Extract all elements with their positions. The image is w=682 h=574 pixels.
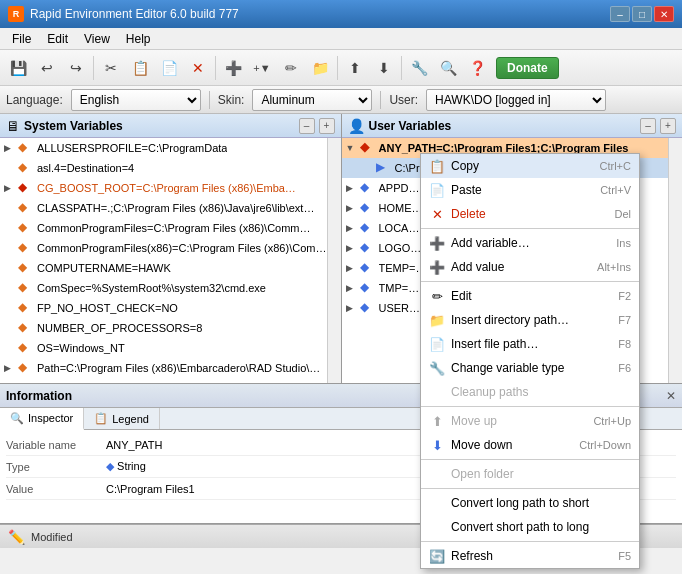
- cm-delete[interactable]: ✕ Delete Del: [421, 202, 639, 226]
- user-panel-header: 👤 User Variables – +: [342, 114, 683, 138]
- cut-button[interactable]: ✂: [97, 54, 125, 82]
- skin-label: Skin:: [218, 93, 245, 107]
- user-panel-add[interactable]: +: [660, 118, 676, 134]
- search-button[interactable]: 🔍: [434, 54, 462, 82]
- move-down-button[interactable]: ⬇: [370, 54, 398, 82]
- cm-convert-long-to-short[interactable]: Convert long path to short: [421, 491, 639, 515]
- maximize-button[interactable]: □: [632, 6, 652, 22]
- list-item[interactable]: ◆ CommonProgramFiles(x86)=C:\Program Fil…: [0, 238, 327, 258]
- list-item[interactable]: ◆ asl.4=Destination=4: [0, 158, 327, 178]
- menu-file[interactable]: File: [4, 30, 39, 48]
- cm-refresh-shortcut: F5: [618, 550, 631, 562]
- move-up-button[interactable]: ⬆: [341, 54, 369, 82]
- settings-button[interactable]: 🔧: [405, 54, 433, 82]
- cm-edit[interactable]: ✏ Edit F2: [421, 284, 639, 308]
- cm-refresh[interactable]: 🔄 Refresh F5: [421, 544, 639, 568]
- cm-change-type[interactable]: 🔧 Change variable type F6: [421, 356, 639, 380]
- edit-icon: ✏: [429, 289, 445, 304]
- change-type-icon: 🔧: [429, 361, 445, 376]
- list-item[interactable]: ◆ COMPUTERNAME=HAWK: [0, 258, 327, 278]
- list-item[interactable]: ◆ ComSpec=%SystemRoot%\system32\cmd.exe: [0, 278, 327, 298]
- add-value-button[interactable]: +▼: [248, 54, 276, 82]
- settings-sep-2: [380, 91, 381, 109]
- delete-button[interactable]: ✕: [184, 54, 212, 82]
- system-panel-add[interactable]: +: [319, 118, 335, 134]
- window-controls[interactable]: – □ ✕: [610, 6, 674, 22]
- user-panel-collapse[interactable]: –: [640, 118, 656, 134]
- info-key-varname: Variable name: [6, 439, 106, 451]
- add-var-icon: ➕: [429, 236, 445, 251]
- list-item[interactable]: ◆ NUMBER_OF_PROCESSORS=8: [0, 318, 327, 338]
- cm-refresh-label: Refresh: [451, 549, 612, 563]
- cm-add-variable[interactable]: ➕ Add variable… Ins: [421, 231, 639, 255]
- close-button[interactable]: ✕: [654, 6, 674, 22]
- cm-insert-file[interactable]: 📄 Insert file path… F8: [421, 332, 639, 356]
- cm-edit-label: Edit: [451, 289, 612, 303]
- cm-convert-long-to-short-label: Convert long path to short: [451, 496, 631, 510]
- cm-add-value-label: Add value: [451, 260, 591, 274]
- cm-paste[interactable]: 📄 Paste Ctrl+V: [421, 178, 639, 202]
- list-item[interactable]: ▶ ◆ Path=C:\Program Files (x86)\Embarcad…: [0, 358, 327, 378]
- type-icon: ◆: [106, 460, 114, 472]
- cm-cleanup-label: Cleanup paths: [451, 385, 631, 399]
- move-down-icon: ⬇: [429, 438, 445, 453]
- user-panel-icon: 👤: [348, 118, 365, 134]
- tab-legend[interactable]: 📋 Legend: [84, 408, 160, 429]
- language-label: Language:: [6, 93, 63, 107]
- cm-convert-short-to-long[interactable]: Convert short path to long: [421, 515, 639, 539]
- user-select[interactable]: HAWK\DO [logged in]: [426, 89, 606, 111]
- list-item[interactable]: ▶ ◆ CG_BOOST_ROOT=C:\Program Files (x86)…: [0, 178, 327, 198]
- list-item[interactable]: ◆ CLASSPATH=.;C:\Program Files (x86)\Jav…: [0, 198, 327, 218]
- toolbar-sep-1: [93, 56, 94, 80]
- cm-copy[interactable]: 📋 Copy Ctrl+C: [421, 154, 639, 178]
- edit-button[interactable]: ✏: [277, 54, 305, 82]
- cm-sep-5: [421, 488, 639, 489]
- menu-help[interactable]: Help: [118, 30, 159, 48]
- tab-inspector-label: Inspector: [28, 412, 73, 424]
- system-panel-title: System Variables: [24, 119, 295, 133]
- tab-legend-label: Legend: [112, 413, 149, 425]
- list-item[interactable]: ◆ OS=Windows_NT: [0, 338, 327, 358]
- paste-icon: 📄: [429, 183, 445, 198]
- list-item[interactable]: ◆ CommonProgramFiles=C:\Program Files (x…: [0, 218, 327, 238]
- cm-insert-dir[interactable]: 📁 Insert directory path… F7: [421, 308, 639, 332]
- paste-button[interactable]: 📄: [155, 54, 183, 82]
- minimize-button[interactable]: –: [610, 6, 630, 22]
- list-item[interactable]: ◆ FP_NO_HOST_CHECK=NO: [0, 298, 327, 318]
- cm-move-up-label: Move up: [451, 414, 587, 428]
- toolbar-sep-3: [337, 56, 338, 80]
- skin-select[interactable]: Aluminum: [252, 89, 372, 111]
- cm-add-value[interactable]: ➕ Add value Alt+Ins: [421, 255, 639, 279]
- cm-move-down-shortcut: Ctrl+Down: [579, 439, 631, 451]
- cm-copy-shortcut: Ctrl+C: [600, 160, 631, 172]
- insert-dir-button[interactable]: 📁: [306, 54, 334, 82]
- info-close-button[interactable]: ✕: [666, 389, 676, 403]
- donate-button[interactable]: Donate: [496, 57, 559, 79]
- undo-button[interactable]: ↩: [33, 54, 61, 82]
- system-scrollbar[interactable]: [327, 138, 341, 383]
- menu-bar: File Edit View Help: [0, 28, 682, 50]
- cm-move-down[interactable]: ⬇ Move down Ctrl+Down: [421, 433, 639, 457]
- cm-delete-label: Delete: [451, 207, 608, 221]
- add-button[interactable]: ➕: [219, 54, 247, 82]
- cm-paste-shortcut: Ctrl+V: [600, 184, 631, 196]
- user-label: User:: [389, 93, 418, 107]
- language-select[interactable]: English: [71, 89, 201, 111]
- cm-move-up-shortcut: Ctrl+Up: [593, 415, 631, 427]
- app-title: Rapid Environment Editor 6.0 build 777: [30, 7, 610, 21]
- menu-edit[interactable]: Edit: [39, 30, 76, 48]
- add-val-icon: ➕: [429, 260, 445, 275]
- cm-delete-shortcut: Del: [614, 208, 631, 220]
- help-button[interactable]: ❓: [463, 54, 491, 82]
- list-item[interactable]: ▶ ◆ ALLUSERSPROFILE=C:\ProgramData: [0, 138, 327, 158]
- tab-inspector[interactable]: 🔍 Inspector: [0, 408, 84, 430]
- cm-open-folder: Open folder: [421, 462, 639, 486]
- save-button[interactable]: 💾: [4, 54, 32, 82]
- copy-button[interactable]: 📋: [126, 54, 154, 82]
- cm-convert-short-to-long-label: Convert short path to long: [451, 520, 631, 534]
- menu-view[interactable]: View: [76, 30, 118, 48]
- redo-button[interactable]: ↪: [62, 54, 90, 82]
- insert-dir-icon: 📁: [429, 313, 445, 328]
- system-panel-collapse[interactable]: –: [299, 118, 315, 134]
- user-scrollbar[interactable]: [668, 138, 682, 383]
